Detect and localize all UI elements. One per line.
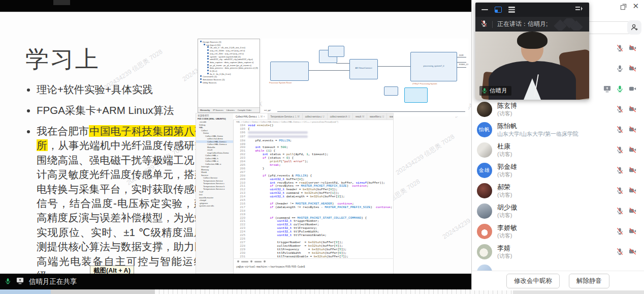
share-top-tab bbox=[53, 0, 70, 5]
diagram-block-small bbox=[384, 86, 398, 96]
watermark-text: 202434239 信思奥 7028 bbox=[394, 133, 456, 178]
camera-off-icon[interactable] bbox=[628, 166, 637, 176]
participant-row[interactable]: 杜康(访客) bbox=[472, 140, 644, 160]
participant-name: 陈玄博 bbox=[497, 101, 517, 110]
avatar bbox=[477, 224, 492, 239]
avatar bbox=[477, 203, 492, 219]
mic-muted-icon[interactable] bbox=[616, 187, 624, 196]
vivado-tab[interactable]: Libraries bbox=[227, 109, 235, 111]
participant-row[interactable]: 郝荣(访客) bbox=[472, 181, 644, 201]
close-icon[interactable]: ✕ bbox=[632, 2, 639, 10]
code-area: 194void execute()195{196197198 pfd.event… bbox=[233, 124, 393, 258]
minimize-icon[interactable] bbox=[481, 9, 488, 11]
vivado-block-diagram: Processor System Reset AXI SmartConnect … bbox=[262, 39, 468, 116]
mic-muted-icon[interactable] bbox=[616, 207, 624, 217]
video-widget: 正在讲话：信晴月; 信晴月 bbox=[475, 3, 589, 100]
rename-button[interactable]: 修改会中昵称 bbox=[506, 274, 560, 288]
vivado-tab[interactable]: Hierarchy bbox=[200, 109, 210, 111]
speaker-video[interactable]: 信晴月 bbox=[475, 32, 589, 100]
panel-footer: 修改会中昵称 解除静音 bbox=[472, 271, 644, 290]
vivado-tree-item[interactable]: Utility Sources bbox=[199, 81, 259, 84]
camera-off-icon[interactable] bbox=[628, 207, 637, 217]
vscode-editor: Collect-HAL-Demo.c 1, M ×Temperature-Ser… bbox=[233, 113, 393, 284]
code-line: 196 bbox=[233, 131, 393, 135]
slide-paragraph: 我在合肥市中国电子科技集团第八研究所，从事光端机中光纤温度传感研究。围绕高温、强… bbox=[37, 124, 215, 283]
mic-muted-icon[interactable] bbox=[616, 227, 624, 237]
editor-tab[interactable]: wavefilter.c U bbox=[367, 113, 387, 120]
participant-row[interactable]: 金雄郭金雄(访客) bbox=[472, 160, 644, 181]
camera-off-icon[interactable] bbox=[628, 65, 637, 74]
mic-muted-icon[interactable] bbox=[616, 126, 624, 135]
participant-row[interactable]: 怡帆陈怡帆山东大学/山东大学/第一临床学院 bbox=[472, 120, 644, 140]
participant-name: 李娇敏 bbox=[497, 223, 517, 232]
participant-name: 胡少傲 bbox=[497, 203, 517, 212]
vivado-tab[interactable]: Compile Order bbox=[238, 109, 251, 111]
participant-row[interactable]: 李娇敏(访客) bbox=[472, 221, 644, 242]
camera-off-icon[interactable] bbox=[628, 105, 637, 115]
slide-title: 学习上 bbox=[25, 44, 100, 75]
camera-off-icon[interactable] bbox=[628, 44, 637, 54]
explorer-file-item[interactable]: system-user.dts bbox=[196, 204, 233, 208]
taskbar-item[interactable] bbox=[0, 289, 51, 294]
mic-muted-icon[interactable] bbox=[616, 248, 624, 257]
editor-tab[interactable]: wavefilte U bbox=[387, 113, 393, 120]
avatar bbox=[477, 142, 492, 158]
taskbar-buttons[interactable] bbox=[155, 289, 513, 294]
vscode-explorer: 资源管理器 F05 CODE [WSL: UBUNTU] .vscodeDebu… bbox=[196, 113, 234, 284]
slide-bullet: 理论+软件实验+具体实践 bbox=[37, 82, 215, 97]
code-line: 194void execute() bbox=[233, 124, 393, 128]
unmute-button[interactable]: 解除静音 bbox=[569, 274, 609, 288]
camera-on-icon[interactable] bbox=[628, 85, 637, 95]
avatar bbox=[477, 102, 492, 117]
vivado-tab[interactable]: IP Sources bbox=[213, 109, 223, 111]
participant-subtitle: (访客) bbox=[497, 151, 512, 158]
participant-status-icons bbox=[616, 146, 637, 156]
slide-bullet-list: 理论+软件实验+具体实践FPGA采集卡+ARM Linux算法我在合肥市中国电子… bbox=[25, 82, 215, 289]
editor-tab[interactable]: collect-service.c U bbox=[303, 113, 328, 120]
participant-row[interactable]: 陈玄博(访客) bbox=[472, 99, 644, 120]
participant-status-icons bbox=[616, 126, 637, 135]
participant-subtitle: 山东大学/山东大学/第一临床学院 bbox=[497, 130, 578, 138]
participant-row[interactable]: 胡少傲(访客) bbox=[472, 201, 644, 221]
participant-row[interactable] bbox=[472, 262, 644, 271]
mic-muted-icon[interactable] bbox=[616, 105, 624, 115]
camera-off-icon[interactable] bbox=[628, 126, 637, 135]
participant-subtitle: (访客) bbox=[497, 171, 512, 179]
participant-subtitle: (访客) bbox=[497, 191, 512, 199]
editor-status-row bbox=[233, 258, 393, 264]
camera-off-icon[interactable] bbox=[628, 187, 637, 196]
popout-icon[interactable] bbox=[620, 3, 627, 12]
participant-name: 陈怡帆 bbox=[497, 122, 517, 131]
mic-active-icon[interactable] bbox=[616, 85, 624, 95]
speaking-indicator: 正在讲话：信晴月; bbox=[475, 17, 589, 32]
layout-icon[interactable] bbox=[495, 7, 502, 13]
code-line: 218 bbox=[233, 210, 393, 213]
vivado-panel-tabs: HierarchyIP SourcesLibrariesCompile Orde… bbox=[198, 107, 260, 112]
camera-off-icon[interactable] bbox=[628, 227, 637, 237]
divider bbox=[492, 21, 493, 28]
participant-row[interactable]: 李婧(访客) bbox=[472, 242, 644, 262]
list-view-icon[interactable] bbox=[508, 7, 515, 13]
person-hair bbox=[517, 32, 548, 49]
mic-muted-icon[interactable] bbox=[616, 166, 624, 176]
search-input[interactable] bbox=[583, 21, 631, 34]
screen-share-icon[interactable] bbox=[603, 85, 611, 95]
camera-off-icon[interactable] bbox=[628, 146, 637, 156]
meeting-app: 202434239 信思奥 7028202434239 信思奥 70282024… bbox=[0, 0, 644, 294]
mic-muted-icon[interactable] bbox=[616, 44, 624, 54]
editor-tab[interactable]: collect-session.h U bbox=[328, 113, 353, 120]
vivado-source-tree: Design Sources (1)top (top.v) (10)clk_wi… bbox=[198, 39, 260, 86]
mic-on-icon[interactable] bbox=[616, 65, 624, 74]
diagram-block-reset bbox=[270, 62, 309, 81]
editor-tab[interactable]: Collect-HAL-Demo.c 1, M × bbox=[233, 113, 268, 120]
collapse-panel-icon[interactable] bbox=[575, 5, 583, 14]
editor-tab[interactable]: result M bbox=[353, 113, 367, 120]
terminal-prompt: ya@ya-virtual-machine:~/workspace/F05/F0… bbox=[233, 264, 393, 268]
add-member-button[interactable] bbox=[627, 20, 641, 35]
code-line: 195{ bbox=[233, 128, 393, 131]
mic-muted-icon[interactable] bbox=[616, 146, 624, 156]
camera-off-icon[interactable] bbox=[628, 248, 637, 257]
speaking-label: 正在讲话：信晴月; bbox=[497, 20, 548, 28]
editor-tab[interactable]: Temperature-Service.c 1, M bbox=[268, 113, 303, 120]
participant-subtitle: (访客) bbox=[497, 110, 512, 117]
